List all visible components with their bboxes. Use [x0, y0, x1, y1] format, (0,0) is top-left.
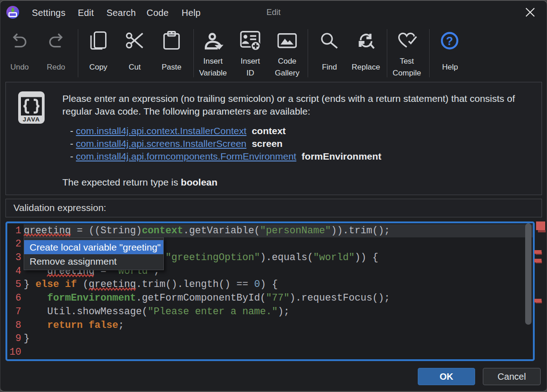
svg-text:JAVA: JAVA [23, 116, 40, 123]
svg-text:?: ? [446, 35, 453, 47]
